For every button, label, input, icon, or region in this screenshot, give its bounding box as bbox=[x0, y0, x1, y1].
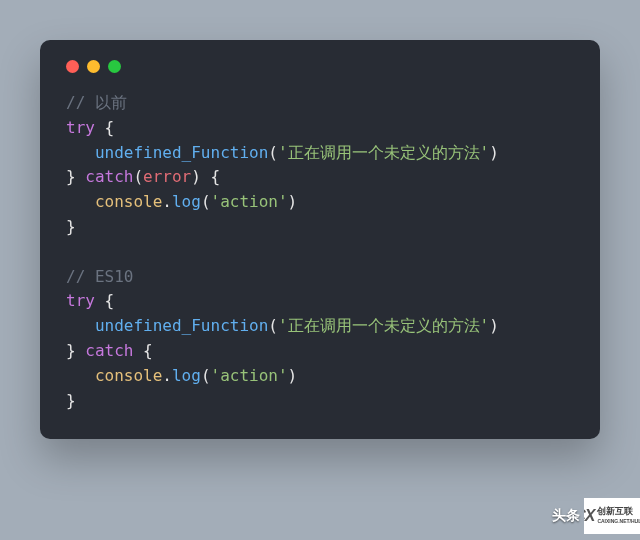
keyword-catch: catch bbox=[85, 341, 133, 360]
watermark-logo: CX 创新互联 CAIXING.NET/HULIAN bbox=[584, 498, 640, 534]
fn-log: log bbox=[172, 366, 201, 385]
window-titlebar bbox=[66, 60, 574, 73]
fn-undefined: undefined_Function bbox=[95, 316, 268, 335]
identifier-error: error bbox=[143, 167, 191, 186]
fn-undefined: undefined_Function bbox=[95, 143, 268, 162]
watermark-text: 头条 bbox=[552, 507, 580, 525]
watermark-logo-text: 创新互联 CAIXING.NET/HULIAN bbox=[597, 507, 640, 525]
keyword-try: try bbox=[66, 118, 95, 137]
code-block: // 以前 try { undefined_Function('正在调用一个未定… bbox=[66, 91, 574, 413]
watermark: 头条 CX 创新互联 CAIXING.NET/HULIAN bbox=[552, 498, 640, 534]
fn-log: log bbox=[172, 192, 201, 211]
comment-before: // 以前 bbox=[66, 93, 127, 112]
comment-es10: // ES10 bbox=[66, 267, 133, 286]
string-arg: '正在调用一个未定义的方法' bbox=[278, 143, 489, 162]
identifier-console: console bbox=[95, 366, 162, 385]
keyword-catch: catch bbox=[85, 167, 133, 186]
code-window: // 以前 try { undefined_Function('正在调用一个未定… bbox=[40, 40, 600, 439]
keyword-try: try bbox=[66, 291, 95, 310]
close-icon[interactable] bbox=[66, 60, 79, 73]
zoom-icon[interactable] bbox=[108, 60, 121, 73]
string-action: 'action' bbox=[211, 366, 288, 385]
string-action: 'action' bbox=[211, 192, 288, 211]
minimize-icon[interactable] bbox=[87, 60, 100, 73]
string-arg: '正在调用一个未定义的方法' bbox=[278, 316, 489, 335]
identifier-console: console bbox=[95, 192, 162, 211]
